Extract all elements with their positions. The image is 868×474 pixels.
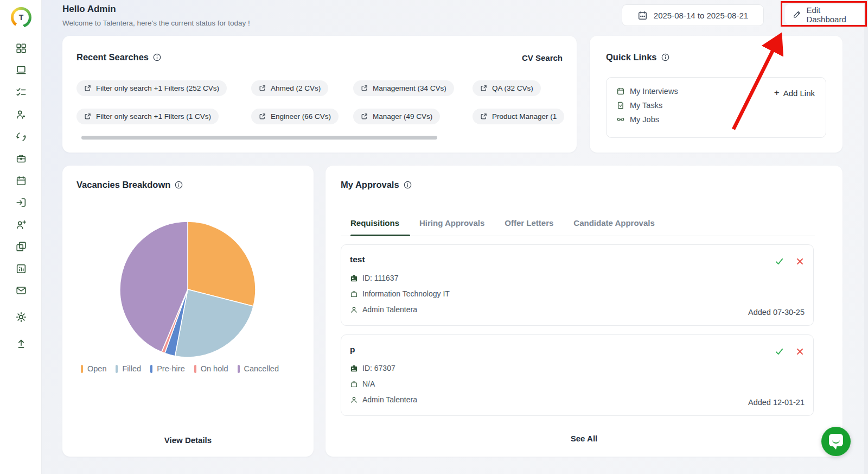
external-link-icon <box>259 113 266 120</box>
page-scrollbar[interactable] <box>864 0 868 474</box>
recent-searches-card: Recent Searches CV Search Filter only se… <box>62 36 577 153</box>
add-link-button[interactable]: + Add Link <box>774 87 815 98</box>
tab-hiring-approvals[interactable]: Hiring Approvals <box>419 218 484 227</box>
my-approvals-title: My Approvals <box>341 180 412 190</box>
mail-icon[interactable] <box>15 285 27 296</box>
pages-copy-icon[interactable] <box>15 241 27 252</box>
task-note-icon <box>616 101 625 110</box>
requisition-department: N/A <box>362 380 375 388</box>
active-tab-underline <box>350 235 410 236</box>
search-chip[interactable]: QA (32 CVs) <box>473 80 541 96</box>
approve-check-icon[interactable] <box>775 347 784 356</box>
chat-launcher-button[interactable] <box>821 427 851 456</box>
date-range-value: 2025-08-14 to 2025-08-21 <box>654 11 748 20</box>
recent-searches-title: Recent Searches <box>76 52 161 62</box>
info-icon[interactable] <box>153 53 161 61</box>
legend-item-on-hold[interactable]: On hold <box>194 364 228 373</box>
external-link-icon <box>480 85 487 92</box>
horizontal-scrollbar[interactable] <box>81 136 437 140</box>
add-user-icon[interactable] <box>15 219 27 231</box>
briefcase-jobs-icon[interactable] <box>15 153 27 165</box>
external-link-icon <box>361 113 368 120</box>
date-range-picker[interactable]: 2025-08-14 to 2025-08-21 <box>622 4 764 26</box>
reject-x-icon[interactable] <box>795 257 805 266</box>
info-icon[interactable] <box>404 181 412 189</box>
tab-candidate-approvals[interactable]: Candidate Approvals <box>573 218 654 227</box>
link-icon <box>616 115 625 124</box>
quick-link-my-jobs[interactable]: My Jobs <box>616 115 659 124</box>
pencil-icon <box>793 10 801 19</box>
upload-icon[interactable] <box>15 338 27 350</box>
legend-label: Open <box>87 364 106 373</box>
search-chip[interactable]: Management (34 CVs) <box>353 80 454 96</box>
settings-gear-icon[interactable] <box>15 311 27 323</box>
tab-offer-letters[interactable]: Offer Letters <box>505 218 553 227</box>
dashboard-grid-icon[interactable] <box>15 42 27 54</box>
screen-icon[interactable] <box>15 64 27 76</box>
legend-label: Filled <box>122 364 141 373</box>
approve-check-icon[interactable] <box>775 257 784 266</box>
vacancies-breakdown-card: Vacancies Breakdown Open Filled Pre-hire… <box>62 166 314 457</box>
search-chip[interactable]: Manager (49 CVs) <box>353 109 440 124</box>
legend-label: Cancelled <box>244 364 279 373</box>
vacancies-pie-chart[interactable] <box>119 220 257 358</box>
search-chip[interactable]: Engineer (66 CVs) <box>251 109 339 124</box>
quick-link-my-interviews[interactable]: My Interviews <box>616 87 678 96</box>
external-link-icon <box>361 85 368 92</box>
requisition-id: ID: 111637 <box>362 274 398 282</box>
chip-label: Product Manager (1 <box>492 112 557 121</box>
sync-icon[interactable] <box>15 131 27 143</box>
requisition-department-row: N/A <box>350 380 375 388</box>
legend-item-pre-hire[interactable]: Pre-hire <box>150 364 185 373</box>
logo-letter: T <box>14 10 29 25</box>
legend-label: Pre-hire <box>157 364 185 373</box>
requisition-added-date: Added 07-30-25 <box>748 308 805 317</box>
legend-item-filled[interactable]: Filled <box>116 364 141 373</box>
see-all-link[interactable]: See All <box>326 434 843 443</box>
search-chip[interactable]: Product Manager (1 <box>473 109 564 124</box>
search-chip[interactable]: Ahmed (2 CVs) <box>251 80 328 96</box>
quick-link-label: My Jobs <box>630 115 659 124</box>
legend-item-open[interactable]: Open <box>81 364 106 373</box>
chip-label: Manager (49 CVs) <box>373 112 432 121</box>
requisition-title: test <box>350 255 365 264</box>
department-briefcase-icon <box>350 380 358 388</box>
search-chip[interactable]: Filter only search +1 Filters (252 CVs) <box>76 80 227 96</box>
legend-marker <box>81 365 83 373</box>
reject-x-icon[interactable] <box>795 347 805 356</box>
tasks-checklist-icon[interactable] <box>15 86 27 98</box>
external-link-icon <box>84 113 91 120</box>
sign-in-icon[interactable] <box>15 197 27 208</box>
approval-item[interactable]: test ID: 111637 Information Technology I… <box>341 244 814 326</box>
owner-person-icon <box>350 396 358 404</box>
view-details-link[interactable]: View Details <box>62 435 314 445</box>
quick-links-title: Quick Links <box>606 52 669 62</box>
tab-requisitions[interactable]: Requisitions <box>350 218 399 227</box>
external-link-icon <box>84 85 91 92</box>
quick-links-card: Quick Links My Interviews My Tasks My Jo… <box>590 36 843 153</box>
pie-legend: Open Filled Pre-hire On hold Cancelled <box>81 364 279 373</box>
department-briefcase-icon <box>350 290 358 298</box>
my-approvals-card: My Approvals Requisitions Hiring Approva… <box>326 166 843 457</box>
recent-search-chips: Filter only search +1 Filters (252 CVs) … <box>76 80 576 124</box>
edit-dashboard-button[interactable]: Edit Dashboard <box>785 4 868 24</box>
candidates-icon[interactable] <box>15 109 27 121</box>
quick-links-box: My Interviews My Tasks My Jobs + Add Lin… <box>606 77 826 138</box>
requisition-department: Information Technology IT <box>362 289 450 298</box>
calendar-icon[interactable] <box>15 175 27 187</box>
search-chip[interactable]: Filter only search +1 Filters (1 CVs) <box>76 109 219 124</box>
chip-label: Management (34 CVs) <box>373 84 446 92</box>
info-icon[interactable] <box>661 53 669 61</box>
reports-chart-icon[interactable] <box>15 263 27 275</box>
external-link-icon <box>259 85 266 92</box>
requisition-id-row: ID: 111637 <box>350 274 398 282</box>
cv-search-link[interactable]: CV Search <box>522 53 563 62</box>
quick-link-my-tasks[interactable]: My Tasks <box>616 101 662 110</box>
approval-item[interactable]: p ID: 67307 N/A Admin Talentera Added 12… <box>341 334 814 416</box>
talentera-logo-icon[interactable]: T <box>11 7 31 28</box>
id-badge-icon <box>350 274 358 282</box>
requisition-id-row: ID: 67307 <box>350 364 395 372</box>
legend-item-cancelled[interactable]: Cancelled <box>238 364 279 373</box>
calendar-icon <box>616 87 625 96</box>
info-icon[interactable] <box>175 181 183 189</box>
